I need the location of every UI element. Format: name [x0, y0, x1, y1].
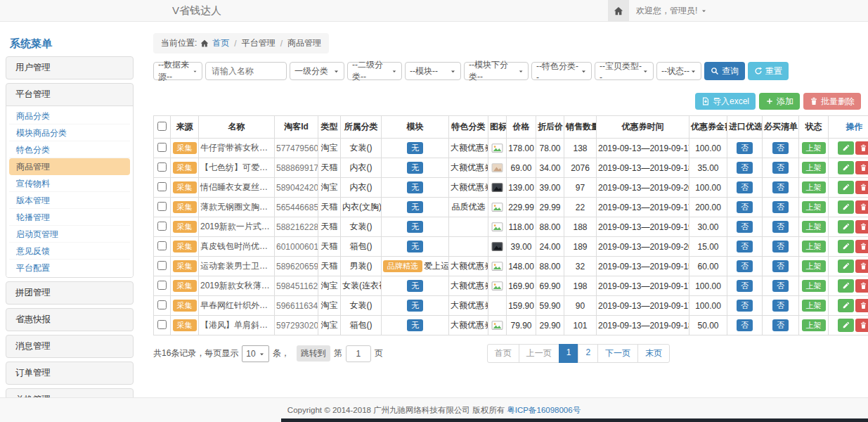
- sidebar-item-特色分类[interactable]: 特色分类: [9, 141, 130, 158]
- import-select-toggle[interactable]: 否: [737, 280, 753, 292]
- delete-button[interactable]: [855, 299, 868, 312]
- edit-button[interactable]: [838, 220, 854, 234]
- module-badge[interactable]: 品牌精选: [383, 260, 422, 272]
- pager-首页[interactable]: 首页: [487, 344, 519, 363]
- status-toggle[interactable]: 上架: [802, 181, 826, 193]
- jump-page-input[interactable]: [346, 345, 371, 362]
- delete-button[interactable]: [855, 141, 868, 155]
- feature-category-select[interactable]: --特色分类--: [531, 62, 592, 80]
- module-badge[interactable]: 无: [407, 280, 423, 292]
- module-badge[interactable]: 无: [407, 221, 423, 233]
- status-toggle[interactable]: 上架: [802, 319, 826, 331]
- data-source-select[interactable]: --数据来源--: [153, 62, 202, 80]
- sidebar-group-订单管理[interactable]: 订单管理: [6, 362, 133, 384]
- select-all-checkbox[interactable]: [157, 122, 167, 131]
- sidebar-group-拼团管理[interactable]: 拼团管理: [6, 282, 133, 304]
- level2-category-select[interactable]: --二级分类--: [347, 62, 402, 80]
- module-badge[interactable]: 无: [407, 201, 423, 213]
- pager-1[interactable]: 1: [559, 344, 579, 363]
- must-buy-toggle[interactable]: 否: [772, 280, 789, 292]
- module-badge[interactable]: 无: [407, 319, 423, 331]
- import-select-toggle[interactable]: 否: [737, 300, 753, 312]
- row-checkbox[interactable]: [157, 300, 167, 309]
- status-toggle[interactable]: 上架: [802, 162, 826, 174]
- sidebar-item-商品管理[interactable]: 商品管理: [9, 158, 130, 175]
- status-toggle[interactable]: 上架: [802, 300, 826, 312]
- edit-button[interactable]: [838, 161, 854, 174]
- must-buy-toggle[interactable]: 否: [772, 181, 789, 193]
- level1-category-select[interactable]: 一级分类: [290, 62, 344, 80]
- sidebar-group-消息管理[interactable]: 消息管理: [6, 335, 133, 357]
- sidebar-group-省惠快报[interactable]: 省惠快报: [6, 309, 133, 331]
- import-select-toggle[interactable]: 否: [737, 162, 753, 174]
- module-badge[interactable]: 无: [407, 241, 423, 252]
- must-buy-toggle[interactable]: 否: [772, 201, 789, 213]
- batch-delete-button[interactable]: 批量删除: [803, 93, 861, 110]
- sidebar-item-平台配置[interactable]: 平台配置: [9, 260, 130, 276]
- sidebar-item-版本管理[interactable]: 版本管理: [9, 192, 130, 209]
- module-select[interactable]: --模块--: [405, 62, 461, 80]
- page-size-select[interactable]: 10: [242, 345, 268, 362]
- import-select-toggle[interactable]: 否: [737, 181, 753, 193]
- status-toggle[interactable]: 上架: [802, 280, 826, 292]
- import-select-toggle[interactable]: 否: [737, 142, 753, 154]
- home-nav-button[interactable]: [608, 0, 629, 21]
- edit-button[interactable]: [838, 260, 854, 273]
- sidebar-group-平台管理[interactable]: 平台管理: [6, 84, 133, 106]
- status-toggle[interactable]: 上架: [802, 221, 826, 233]
- import-select-toggle[interactable]: 否: [737, 319, 753, 331]
- user-menu[interactable]: 欢迎您，管理员!: [636, 0, 707, 21]
- jump-to-button[interactable]: 跳转到: [297, 345, 330, 362]
- delete-button[interactable]: [855, 260, 868, 273]
- delete-button[interactable]: [855, 161, 868, 174]
- import-select-toggle[interactable]: 否: [737, 260, 753, 272]
- module-sub-category-select[interactable]: --模块下分类--: [464, 62, 529, 80]
- edit-button[interactable]: [838, 319, 854, 332]
- edit-button[interactable]: [838, 279, 854, 293]
- must-buy-toggle[interactable]: 否: [772, 260, 789, 272]
- delete-button[interactable]: [855, 200, 868, 214]
- sidebar-item-意见反馈[interactable]: 意见反馈: [9, 243, 130, 260]
- name-search-input[interactable]: [205, 62, 287, 80]
- sidebar-item-轮播管理[interactable]: 轮播管理: [9, 209, 130, 226]
- delete-button[interactable]: [855, 220, 868, 234]
- edit-button[interactable]: [838, 299, 854, 312]
- must-buy-toggle[interactable]: 否: [772, 162, 789, 174]
- delete-button[interactable]: [855, 181, 868, 194]
- row-checkbox[interactable]: [157, 320, 167, 329]
- status-toggle[interactable]: 上架: [802, 142, 826, 154]
- add-button[interactable]: 添加: [759, 93, 800, 110]
- must-buy-toggle[interactable]: 否: [772, 142, 789, 154]
- item-type-select[interactable]: --宝贝类型--: [595, 62, 654, 80]
- module-badge[interactable]: 无: [407, 142, 423, 154]
- must-buy-toggle[interactable]: 否: [772, 319, 789, 331]
- pager-下一页[interactable]: 下一页: [597, 344, 638, 363]
- row-checkbox[interactable]: [157, 281, 167, 290]
- status-select[interactable]: --状态--: [656, 62, 701, 80]
- status-toggle[interactable]: 上架: [802, 201, 826, 213]
- module-badge[interactable]: 无: [407, 162, 423, 174]
- icp-link[interactable]: 粤ICP备16098006号: [507, 405, 581, 416]
- sidebar-item-宣传物料[interactable]: 宣传物料: [9, 175, 130, 192]
- row-checkbox[interactable]: [157, 162, 167, 172]
- search-button[interactable]: 查询: [704, 62, 745, 80]
- sidebar-item-启动页管理[interactable]: 启动页管理: [9, 226, 130, 243]
- status-toggle[interactable]: 上架: [802, 260, 826, 272]
- import-select-toggle[interactable]: 否: [737, 241, 753, 252]
- pager-2[interactable]: 2: [578, 344, 598, 363]
- row-checkbox[interactable]: [157, 182, 167, 191]
- import-select-toggle[interactable]: 否: [737, 221, 753, 233]
- status-toggle[interactable]: 上架: [802, 241, 826, 252]
- row-checkbox[interactable]: [157, 143, 167, 152]
- delete-button[interactable]: [855, 279, 868, 293]
- must-buy-toggle[interactable]: 否: [772, 241, 789, 252]
- sidebar-item-商品分类[interactable]: 商品分类: [9, 108, 130, 124]
- pager-上一页[interactable]: 上一页: [519, 344, 559, 363]
- delete-button[interactable]: [855, 240, 868, 253]
- sidebar-group-用户管理[interactable]: 用户管理: [6, 57, 133, 79]
- row-checkbox[interactable]: [157, 202, 167, 211]
- delete-button[interactable]: [855, 319, 868, 332]
- module-badge[interactable]: 无: [407, 300, 423, 312]
- row-checkbox[interactable]: [157, 261, 167, 270]
- sidebar-item-模块商品分类[interactable]: 模块商品分类: [9, 124, 130, 141]
